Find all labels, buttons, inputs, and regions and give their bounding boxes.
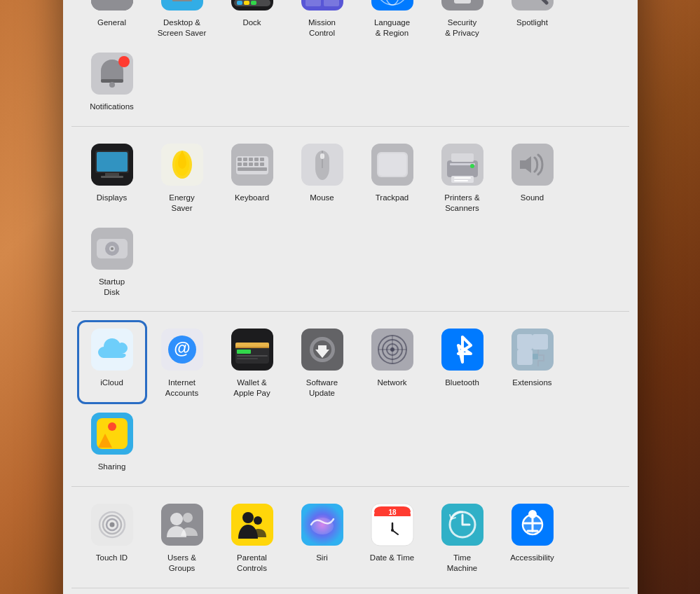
svg-rect-93 bbox=[237, 350, 251, 354]
svg-rect-16 bbox=[244, 1, 249, 5]
sound-icon bbox=[512, 144, 554, 186]
mouse-icon-wrap bbox=[298, 141, 346, 188]
icloud-icon bbox=[91, 329, 133, 371]
icloud-icon-wrap bbox=[88, 326, 136, 373]
pref-touchid[interactable]: Touch ID bbox=[77, 495, 147, 579]
pref-notifications[interactable]: Notifications bbox=[77, 44, 147, 118]
language-icon bbox=[371, 0, 413, 11]
extensions-label: Extensions bbox=[512, 378, 551, 388]
svg-rect-57 bbox=[260, 158, 264, 161]
pref-sound[interactable]: Sound bbox=[497, 135, 568, 219]
parental-label: ParentalControls bbox=[237, 553, 267, 574]
sharing-icon bbox=[91, 413, 133, 455]
svg-rect-22 bbox=[306, 0, 321, 6]
bluetooth-icon-wrap bbox=[439, 326, 486, 373]
svg-rect-109 bbox=[517, 350, 533, 365]
datetime-icon-wrap: 18 bbox=[369, 501, 416, 548]
desktop-icon-wrap bbox=[158, 0, 206, 13]
pref-keyboard[interactable]: Keyboard bbox=[217, 135, 287, 219]
svg-point-135 bbox=[391, 529, 394, 532]
extensions-icon bbox=[512, 329, 554, 371]
svg-rect-59 bbox=[243, 163, 247, 166]
siri-label: Siri bbox=[316, 553, 328, 563]
svg-rect-75 bbox=[451, 176, 474, 183]
pref-wallet[interactable]: Wallet &Apple Pay bbox=[217, 320, 287, 404]
wallet-label: Wallet &Apple Pay bbox=[233, 378, 270, 399]
language-icon-wrap bbox=[369, 0, 416, 13]
pref-language[interactable]: Language& Region bbox=[357, 0, 427, 44]
pref-bluetooth[interactable]: Bluetooth bbox=[427, 320, 497, 404]
svg-rect-120 bbox=[161, 504, 203, 546]
network-icon bbox=[371, 329, 413, 371]
pref-icloud[interactable]: iCloud bbox=[77, 320, 147, 404]
system-preferences-window: ‹ › System Preferences 🔍 bbox=[63, 0, 638, 594]
pref-sharing[interactable]: Sharing bbox=[77, 404, 147, 478]
displays-icon bbox=[91, 144, 133, 186]
pref-desktop[interactable]: Desktop &Screen Saver bbox=[147, 0, 217, 44]
pref-siri[interactable]: Siri bbox=[287, 495, 357, 579]
svg-text:18: 18 bbox=[388, 509, 397, 516]
bluetooth-label: Bluetooth bbox=[445, 378, 479, 388]
svg-rect-77 bbox=[454, 180, 468, 181]
pref-software[interactable]: SoftwareUpdate bbox=[287, 320, 357, 404]
pref-general[interactable]: File New One General bbox=[77, 0, 147, 44]
displays-label: Displays bbox=[97, 193, 127, 203]
svg-point-42 bbox=[118, 56, 130, 67]
mouse-icon bbox=[301, 144, 343, 186]
svg-rect-6 bbox=[161, 0, 203, 11]
trackpad-icon bbox=[371, 144, 413, 186]
svg-rect-33 bbox=[454, 0, 471, 4]
siri-icon bbox=[301, 504, 343, 546]
svg-point-41 bbox=[109, 82, 115, 88]
pref-users[interactable]: Users &Groups bbox=[147, 495, 217, 579]
touchid-label: Touch ID bbox=[96, 553, 128, 563]
notifications-icon-wrap bbox=[88, 50, 136, 97]
startup-label: StartupDisk bbox=[99, 277, 125, 298]
pref-printers[interactable]: Printers &Scanners bbox=[427, 135, 497, 219]
pref-mouse[interactable]: Mouse bbox=[287, 135, 357, 219]
pref-startup[interactable]: StartupDisk bbox=[77, 219, 147, 303]
wallet-icon-wrap bbox=[228, 326, 276, 373]
pref-energy[interactable]: EnergySaver bbox=[147, 135, 217, 219]
timemachine-icon bbox=[441, 504, 483, 546]
svg-rect-46 bbox=[105, 173, 119, 176]
touchid-icon bbox=[91, 504, 133, 546]
notifications-icon bbox=[91, 53, 133, 95]
pref-displays[interactable]: Displays bbox=[77, 135, 147, 219]
general-label: General bbox=[97, 18, 126, 28]
desktop-label: Desktop &Screen Saver bbox=[158, 18, 207, 39]
timemachine-label: TimeMachine bbox=[447, 553, 477, 574]
svg-point-121 bbox=[170, 513, 183, 525]
svg-rect-95 bbox=[237, 358, 258, 359]
wallet-icon bbox=[231, 329, 273, 371]
pref-mission[interactable]: MissionControl bbox=[287, 0, 357, 44]
pref-security[interactable]: Security& Privacy bbox=[427, 0, 497, 44]
trackpad-icon-wrap bbox=[369, 141, 416, 188]
section-personal: File New One General bbox=[71, 0, 629, 127]
accessibility-icon bbox=[512, 504, 554, 546]
pref-extensions[interactable]: Extensions bbox=[497, 320, 568, 404]
pref-parental[interactable]: ParentalControls bbox=[217, 495, 287, 579]
energy-icon bbox=[161, 144, 203, 186]
network-label: Network bbox=[377, 378, 406, 388]
sound-label: Sound bbox=[521, 193, 544, 203]
pref-network[interactable]: Network bbox=[357, 320, 427, 404]
energy-icon-wrap bbox=[158, 141, 206, 188]
spotlight-icon-wrap bbox=[509, 0, 556, 13]
language-label: Language& Region bbox=[374, 18, 410, 39]
pref-datetime[interactable]: 18 Date & Time bbox=[357, 495, 427, 579]
pref-timemachine[interactable]: TimeMachine bbox=[427, 495, 497, 579]
pref-accessibility[interactable]: Accessibility bbox=[497, 495, 568, 579]
svg-rect-17 bbox=[251, 1, 256, 5]
pref-spotlight[interactable]: Spotlight bbox=[497, 0, 568, 44]
pref-internet[interactable]: @ InternetAccounts bbox=[147, 320, 217, 404]
pref-trackpad[interactable]: Trackpad bbox=[357, 135, 427, 219]
pref-dock[interactable]: Dock bbox=[217, 0, 287, 44]
section-hardware: Displays EnergySaver bbox=[71, 127, 629, 312]
section-system: Touch ID Users &Groups bbox=[71, 487, 629, 588]
svg-rect-55 bbox=[249, 158, 253, 161]
svg-rect-56 bbox=[254, 158, 259, 161]
svg-rect-108 bbox=[517, 334, 533, 350]
software-icon bbox=[301, 329, 343, 371]
svg-rect-62 bbox=[260, 163, 264, 166]
